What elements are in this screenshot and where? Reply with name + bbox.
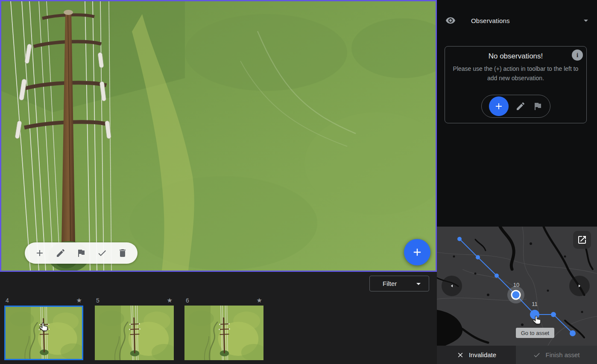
confirm-button[interactable] (95, 246, 109, 260)
star-icon[interactable]: ★ (167, 297, 173, 303)
waypoint-11-label: 11 (532, 301, 538, 307)
flag-observation-action[interactable] (533, 101, 543, 111)
go-to-asset-tooltip: Go to asset (516, 328, 554, 338)
observations-sidebar: Observations No observations! i Please u… (437, 0, 597, 364)
collapse-chevron-icon[interactable] (581, 15, 591, 26)
pencil-icon (515, 101, 526, 111)
filmstrip-panel: Filter 4 ★ 5 ★ 6 ★ (0, 272, 437, 364)
open-in-new-icon (577, 235, 587, 245)
empty-state-title: No observations! (445, 52, 586, 61)
thumbnail-group-5: 5 ★ (95, 296, 174, 360)
observations-header: Observations (437, 13, 597, 28)
thumbnail-image-4[interactable] (4, 306, 83, 360)
waypoint-dot[interactable] (457, 237, 462, 241)
invalidate-button[interactable]: Invalidate (437, 346, 516, 364)
eye-icon[interactable] (445, 15, 456, 26)
waypoint-dot[interactable] (495, 274, 499, 278)
filter-dropdown[interactable]: Filter (369, 276, 429, 291)
waypoint-dot[interactable] (476, 255, 480, 259)
plus-icon (494, 101, 504, 111)
add-observation-button[interactable] (32, 246, 47, 260)
star-icon[interactable]: ★ (257, 297, 262, 303)
previous-asset-button[interactable] (442, 276, 462, 296)
observation-actions-pill (481, 95, 550, 118)
observations-title: Observations (471, 17, 510, 24)
thumbnail-number: 5 (96, 297, 100, 304)
thumbnail-group-4: 4 ★ (4, 296, 83, 360)
invalidate-label: Invalidate (469, 351, 496, 358)
filter-label: Filter (383, 280, 397, 287)
star-icon[interactable]: ★ (76, 297, 82, 303)
flag-button[interactable] (74, 246, 88, 260)
thumbnail-image-5[interactable] (95, 306, 174, 360)
edit-button[interactable] (53, 246, 68, 260)
open-map-button[interactable] (573, 231, 591, 249)
image-viewer[interactable] (0, 0, 437, 272)
waypoint-dot[interactable] (570, 330, 576, 336)
thumbnail-number: 6 (186, 297, 189, 304)
chevron-down-icon (413, 279, 424, 289)
waypoint-dot[interactable] (551, 312, 556, 317)
asset-footer-bar: Invalidate Finish asset (437, 346, 597, 364)
waypoint-10-selected[interactable] (512, 291, 520, 299)
close-icon (457, 351, 464, 359)
next-asset-button[interactable] (569, 276, 590, 296)
thumbnail-number: 4 (6, 297, 9, 304)
finish-asset-button[interactable]: Finish asset (516, 346, 597, 364)
thumbnail-group-6: 6 ★ (184, 296, 263, 360)
aerial-photo-power-pole (1, 1, 436, 271)
flag-icon (533, 101, 543, 111)
info-icon[interactable]: i (572, 50, 583, 61)
finish-asset-label: Finish asset (545, 351, 579, 358)
plus-icon (411, 246, 423, 258)
waypoint-11-hovered[interactable] (530, 310, 539, 319)
add-observation-action[interactable] (489, 96, 509, 116)
delete-button[interactable] (115, 246, 130, 260)
edit-observation-action[interactable] (515, 101, 526, 111)
asset-inspection-app: Filter 4 ★ 5 ★ 6 ★ (0, 0, 597, 364)
triangle-left-icon (448, 282, 455, 289)
triangle-right-icon (576, 282, 583, 289)
check-icon (533, 351, 541, 359)
mini-map[interactable]: 10 11 Go to asset (437, 227, 597, 346)
annotation-toolbar (25, 242, 138, 264)
waypoint-10-label: 10 (513, 282, 519, 288)
empty-state-message: Please use the (+) action in toolbar to … (449, 64, 582, 83)
thumbnail-image-6[interactable] (184, 306, 263, 360)
add-fab-button[interactable] (404, 239, 430, 265)
no-observations-card: No observations! i Please use the (+) ac… (445, 46, 587, 123)
